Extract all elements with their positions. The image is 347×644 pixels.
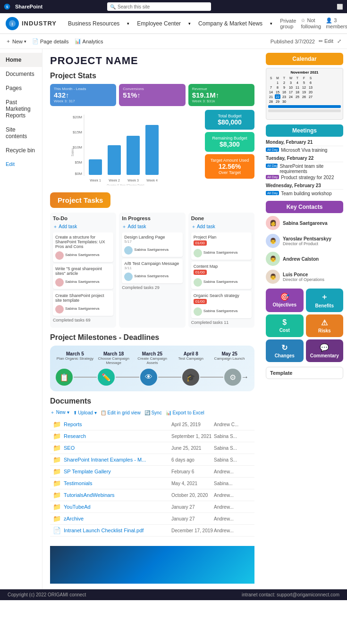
doc-author: Andrew... (214, 528, 252, 533)
calendar-header: Calendar (266, 53, 343, 65)
chart-budget-row: $20M $15M $10M $5M $0M Week 1 Week 2 Wee… (50, 110, 254, 187)
milestone-item-3: April 8 Test Campaign (171, 351, 210, 361)
site-title: INDUSTRY (22, 20, 57, 27)
main-content: PROJECT NAME Project Stats This Month - … (42, 49, 262, 589)
doc-name[interactable]: Research (64, 433, 171, 439)
sidebar-item-reports[interactable]: Past Marketing Reports (0, 95, 42, 123)
plus-icon: ＋ (6, 38, 11, 45)
cost-icon: $ (268, 318, 302, 327)
stat-leads: This Month - Leads 432↑ Week 3: 317 (50, 84, 116, 106)
page-details-button[interactable]: 📄 Page details (32, 38, 69, 44)
page-details-icon: 📄 (32, 38, 39, 44)
doc-name[interactable]: zArchive (64, 516, 171, 521)
all-day-badge: All Day (266, 191, 279, 195)
doc-name[interactable]: Testimonials (64, 480, 171, 486)
footer: Copyright (c) 2022 ORIGAMI connect intra… (0, 589, 347, 600)
meeting-title: Team building workshop (281, 191, 331, 196)
docs-upload-button[interactable]: ⬆ Upload ▾ (73, 410, 97, 415)
meeting-day-2: Wednesday, February 23 All Day Team buil… (266, 183, 343, 196)
milestone-item-0: March 5 Plan Organic Strategy (56, 351, 94, 361)
doc-date: 6 days ago (171, 457, 214, 462)
action-benefits[interactable]: ＋ Benefits (306, 289, 344, 312)
doc-name[interactable]: SP Template Gallery (64, 469, 171, 474)
docs-grid-edit-button[interactable]: 📋 Edit in grid view (101, 410, 141, 415)
window-controls: ⬜ (337, 4, 343, 10)
folder-icon: 📁 (53, 479, 61, 487)
doc-date: February 6 (171, 469, 214, 474)
budget-over-target: Over Target (209, 170, 251, 175)
docs-sync-button[interactable]: 🔄 Sync (144, 410, 162, 415)
task-badge: 01/00 (194, 270, 207, 275)
doc-name[interactable]: Intranet Launch Checklist Final.pdf (64, 528, 171, 533)
avatar (124, 246, 133, 255)
pdf-icon: 📄 (53, 527, 61, 534)
doc-author: Sabina... (214, 481, 252, 486)
svg-text:S: S (6, 5, 8, 8)
analytics-button[interactable]: 📊 Analytics (75, 38, 103, 44)
sidebar-item-documents[interactable]: Documents (0, 67, 42, 81)
doc-name[interactable]: SharePoint Intranet Examples - M... (64, 457, 171, 462)
following-label[interactable]: ☆ Not following (301, 17, 321, 29)
sidebar-item-edit[interactable]: Edit (0, 157, 42, 171)
svg-rect-12 (127, 136, 140, 175)
nav-business-resources[interactable]: Business Resources (68, 20, 119, 27)
meetings-header: Meetings (266, 124, 343, 137)
folder-icon: 📁 (53, 503, 61, 511)
add-task-todo[interactable]: ＋ Add task (53, 223, 113, 230)
main-layout: Home Documents Pages Past Marketing Repo… (0, 49, 347, 589)
milestone-icons-row: 📋 ✏️ 👁 🎓 ⚙ → (56, 369, 249, 386)
contact-item-1: 👨 Yaroslav Pentsarskyy Director of Produ… (266, 234, 343, 248)
meeting-title: Product strategy for 2022 (281, 175, 334, 180)
stat-conversions: Conversions 51%↑ (119, 84, 185, 106)
budget-remaining-label: Remaining Budget (209, 136, 251, 140)
add-task-inprogress[interactable]: ＋ Add task (122, 223, 182, 230)
doc-author: Andrew C... (214, 422, 252, 427)
expand-icon[interactable]: ⤢ (337, 38, 341, 44)
milestone-icon-3: 🎓 (182, 369, 199, 386)
meeting-title: Microsoft Viva training (281, 148, 327, 153)
sidebar-item-recycle[interactable]: Recycle bin (0, 143, 42, 157)
docs-new-button[interactable]: ＋ New ▾ (50, 409, 69, 416)
action-objectives[interactable]: 🎯 Objectives (266, 289, 304, 312)
sidebar-item-pages[interactable]: Pages (0, 81, 42, 95)
action-changes[interactable]: ↻ Changes (266, 339, 304, 362)
new-button[interactable]: ＋ New ▾ (6, 38, 26, 45)
sidebar-item-site-contents[interactable]: Site contents (0, 123, 42, 143)
avatar: 👨 (266, 252, 280, 266)
tasks-board: To-Do ＋ Add task Create a structure for … (50, 213, 254, 328)
search-bar[interactable]: 🔍 Search this site (107, 2, 211, 11)
doc-name[interactable]: Reports (64, 421, 171, 427)
budget-remaining: Remaining Budget $8,300 (205, 132, 254, 152)
svg-text:$0M: $0M (75, 172, 82, 176)
milestone-item-4: May 25 Campaign Launch (210, 351, 249, 361)
meeting-day-label: Tuesday, February 22 (266, 156, 343, 162)
docs-export-button[interactable]: 📊 Export to Excel (166, 410, 204, 415)
bar-chart: $20M $15M $10M $5M $0M Week 1 Week 2 Wee… (50, 110, 201, 185)
documents-section: Documents ＋ New ▾ ⬆ Upload ▾ 📋 Edit in g… (50, 397, 254, 537)
folder-icon: 📁 (53, 468, 61, 475)
all-day-badge: All Day (266, 164, 278, 168)
task-item: Content Map 01/00 Sabina Saetgareeva (191, 262, 252, 289)
meeting-day-label: Monday, February 21 (266, 140, 343, 146)
svg-rect-13 (145, 125, 159, 175)
documents-title: Documents (50, 397, 254, 405)
action-commentary[interactable]: 💬 Commentary (306, 339, 344, 362)
all-day-badge: All Day (266, 175, 279, 179)
doc-name[interactable]: SEO (64, 445, 171, 451)
add-task-done[interactable]: ＋ Add task (191, 223, 252, 230)
meeting-event: All Day Product strategy for 2022 (266, 175, 343, 180)
budget-total: Total Budget $80,000 (205, 110, 254, 130)
footer-copyright: Copyright (c) 2022 ORIGAMI connect (8, 592, 86, 597)
nav-chevron-1: ▾ (188, 21, 191, 26)
doc-name[interactable]: TutorialsAndWebinars (64, 492, 171, 498)
doc-name[interactable]: YouTubeAd (64, 504, 171, 510)
avatar (55, 305, 64, 314)
avatar (55, 278, 64, 287)
action-cost[interactable]: $ Cost (266, 314, 304, 337)
sidebar-item-home[interactable]: Home (0, 53, 42, 67)
action-risks[interactable]: ⚠ Risks (306, 314, 344, 337)
edit-button[interactable]: ✏ Edit (319, 38, 333, 44)
svg-text:Week 4: Week 4 (146, 179, 158, 182)
nav-company-news[interactable]: Company & Market News (198, 20, 262, 27)
nav-employee-center[interactable]: Employee Center (137, 20, 181, 27)
